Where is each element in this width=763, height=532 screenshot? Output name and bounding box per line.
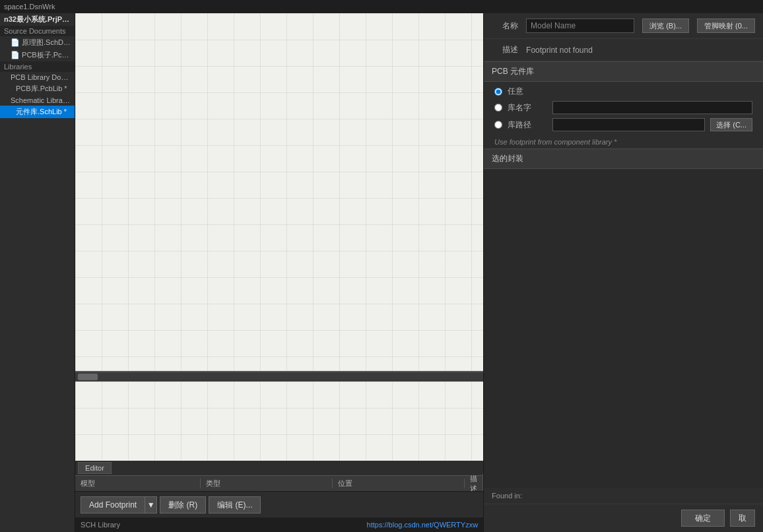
sidebar-section-libraries: Libraries: [0, 61, 75, 72]
action-row: 确定 取: [484, 504, 763, 532]
pcb-icon: 📄: [11, 51, 22, 59]
status-bar: SCH Library https://blog.csdn.net/QWERTY…: [75, 517, 483, 532]
canvas-bottom[interactable]: [75, 382, 483, 461]
cancel-button[interactable]: 取: [730, 510, 755, 527]
edit-button[interactable]: 编辑 (E)...: [209, 496, 261, 514]
desc-value: Footprint not found: [526, 46, 593, 55]
radio-row-libname: 库名字: [494, 101, 752, 114]
desc-row: 描述 Footprint not found: [484, 39, 763, 61]
sidebar: n32最小系统.PrjPCB Source Documents 📄 原理图.Sc…: [0, 13, 75, 532]
name-row: 名称 浏览 (B)... 管脚映射 (0...: [484, 13, 763, 39]
selected-package-section: 选的封装: [484, 149, 763, 169]
radio-row-any: 任意: [494, 86, 752, 97]
sidebar-item-schematic[interactable]: 📄 原理图.SchDoc: [0, 36, 75, 49]
col-header-position: 位置: [333, 479, 465, 488]
title-text: space1.DsnWrk: [4, 3, 55, 11]
sidebar-item-pcb[interactable]: 📄 PCB板子.PcbDoc: [0, 49, 75, 61]
found-in-label: Found in:: [492, 492, 522, 500]
radio-row-libpath: 库路径 选择 (C...: [494, 118, 752, 131]
name-label: 名称: [492, 20, 518, 32]
radio-any[interactable]: [494, 88, 502, 96]
package-preview: [484, 169, 763, 488]
bottom-toolbar: Add Footprint ▼ 删除 (R) 编辑 (E)...: [75, 491, 483, 517]
radio-lib-path[interactable]: [494, 121, 502, 129]
add-footprint-button[interactable]: Add Footprint: [81, 496, 145, 514]
radio-group: 任意 库名字 库路径 选择 (C...: [484, 82, 763, 135]
sidebar-item-sch-lib[interactable]: 元件库.SchLib *: [0, 106, 75, 118]
lib-name-input[interactable]: [552, 101, 752, 114]
col-header-type: 类型: [201, 479, 333, 488]
add-footprint-dropdown[interactable]: ▼: [145, 496, 157, 514]
sidebar-item-pcb-library-doc[interactable]: PCB Library Documen: [0, 72, 75, 83]
radio-lib-name-label: 库名字: [508, 102, 547, 114]
editor-tab[interactable]: Editor: [78, 462, 112, 474]
lib-path-input[interactable]: [552, 118, 705, 131]
col-header-desc: 描述: [465, 474, 483, 494]
canvas-top[interactable]: [75, 13, 483, 372]
sidebar-item-pcb-lib[interactable]: PCB库.PcbLib *: [0, 83, 75, 95]
table-header: 模型 类型 位置 描述: [75, 475, 483, 491]
status-url: https://blog.csdn.net/QWERTYzxw: [367, 521, 479, 529]
editor-tab-bar: Editor: [75, 461, 483, 475]
canvas-area: Editor 模型 类型 位置 描述 Add Footprint ▼ 删除 (R…: [75, 13, 483, 532]
scrollbar-thumb[interactable]: [78, 374, 98, 380]
hint-text: Use footprint from component library *: [484, 135, 763, 149]
pcb-library-section-header: PCB 元件库: [484, 61, 763, 82]
found-in-row: Found in:: [484, 488, 763, 504]
lib-status-label: SCH Library: [81, 521, 120, 529]
title-bar: space1.DsnWrk: [0, 0, 763, 13]
col-header-model: 模型: [75, 479, 201, 488]
pin-map-button[interactable]: 管脚映射 (0...: [697, 18, 755, 33]
sidebar-section-source: Source Documents: [0, 26, 75, 36]
name-input[interactable]: [526, 18, 634, 33]
add-footprint-group: Add Footprint ▼: [81, 496, 157, 514]
desc-label: 描述: [492, 44, 518, 55]
sidebar-project-name[interactable]: n32最小系统.PrjPCB: [0, 13, 75, 26]
sidebar-item-sch-library-doc[interactable]: Schematic Library Doc: [0, 95, 75, 106]
horizontal-scrollbar[interactable]: [75, 372, 483, 382]
schematic-icon: 📄: [11, 38, 22, 46]
radio-any-label: 任意: [508, 86, 547, 97]
right-panel: 名称 浏览 (B)... 管脚映射 (0... 描述 Footprint not…: [483, 13, 763, 532]
radio-lib-name[interactable]: [494, 104, 502, 112]
select-button[interactable]: 选择 (C...: [710, 118, 752, 131]
browse-button[interactable]: 浏览 (B)...: [642, 18, 689, 33]
delete-button[interactable]: 删除 (R): [160, 496, 206, 514]
ok-button[interactable]: 确定: [681, 510, 725, 527]
radio-lib-path-label: 库路径: [508, 119, 547, 131]
